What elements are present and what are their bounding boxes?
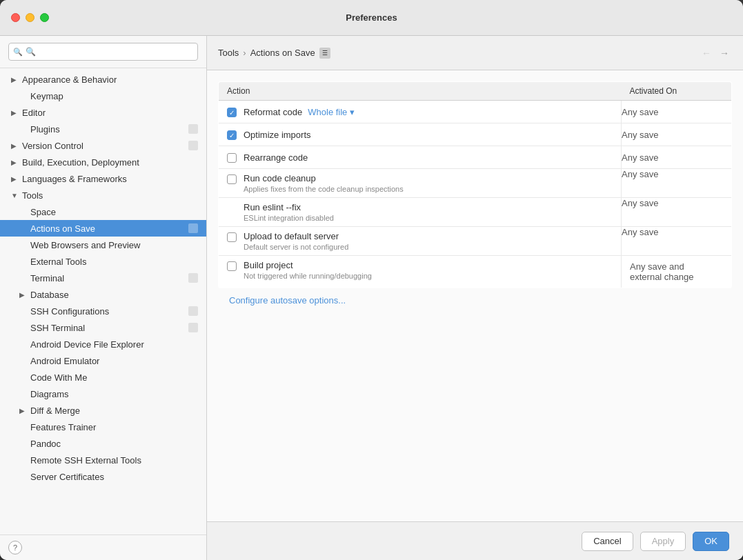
action-name-wrapper: Reformat codeWhole file ▾ <box>244 107 355 117</box>
col-action-header: Action <box>219 82 622 101</box>
table-row: Reformat codeWhole file ▾Any save <box>219 101 732 123</box>
sidebar-item-ssh-terminal[interactable]: SSH Terminal <box>0 319 206 336</box>
sidebar-item-tools[interactable]: ▼Tools <box>0 187 206 203</box>
close-button[interactable] <box>11 13 20 22</box>
sidebar-item-label: Tools <box>22 190 198 201</box>
apply-button[interactable]: Apply <box>640 532 686 551</box>
sidebar-item-editor[interactable]: ▶Editor <box>0 104 206 121</box>
action-name-wrapper: Optimize imports <box>244 130 311 140</box>
nav-back-button[interactable]: ← <box>699 46 714 61</box>
minimize-button[interactable] <box>26 13 34 22</box>
ok-button[interactable]: OK <box>693 532 729 551</box>
breadcrumb-icon: ☰ <box>319 48 330 59</box>
action-main: Reformat codeWhole file ▾ <box>219 101 621 123</box>
activated-cell-build-project: Any save andexternal change <box>622 256 732 288</box>
sidebar-badge <box>188 124 198 134</box>
sidebar-item-label: Diff & Merge <box>30 406 198 416</box>
configure-autosave-link[interactable]: Configure autosave options... <box>218 288 357 312</box>
breadcrumb-separator: › <box>243 48 246 58</box>
breadcrumb-root: Tools <box>218 48 239 58</box>
breadcrumb-current: Actions on Save <box>250 48 315 58</box>
help-button[interactable]: ? <box>8 541 22 554</box>
sidebar-item-features-trainer[interactable]: Features Trainer <box>0 419 206 435</box>
footer: Cancel Apply OK <box>207 521 743 560</box>
action-subtitle: ESLint integration disabled <box>244 214 334 222</box>
sidebar-item-plugins[interactable]: Plugins <box>0 121 206 137</box>
sidebar-item-ssh-configurations[interactable]: SSH Configurations <box>0 303 206 319</box>
sidebar-item-version-control[interactable]: ▶Version Control <box>0 137 206 154</box>
action-cell-build-project: Build projectNot triggered while running… <box>219 256 622 288</box>
sidebar-item-server-certificates[interactable]: Server Certificates <box>0 468 206 485</box>
sidebar-item-actions-on-save[interactable]: Actions on Save <box>0 220 206 237</box>
sidebar-item-web-browsers-preview[interactable]: Web Browsers and Preview <box>0 237 206 253</box>
checkbox-rearrange-code[interactable] <box>227 153 237 163</box>
sidebar-item-label: Languages & Frameworks <box>22 174 198 184</box>
window-title: Preferences <box>346 12 397 23</box>
action-name-text: Run eslint --fix <box>244 202 301 212</box>
chevron-icon: ▶ <box>11 175 19 183</box>
sidebar-item-label: Actions on Save <box>30 223 188 234</box>
search-input[interactable] <box>8 43 198 61</box>
table-row: Build projectNot triggered while running… <box>219 256 732 288</box>
sidebar-item-keymap[interactable]: Keymap <box>0 88 206 104</box>
action-cell-run-eslint-fix: Run eslint --fixESLint integration disab… <box>219 198 622 227</box>
sidebar-item-appearance-behavior[interactable]: ▶Appearance & Behavior <box>0 71 206 88</box>
sidebar-item-languages-frameworks[interactable]: ▶Languages & Frameworks <box>0 170 206 187</box>
action-main: Optimize imports <box>219 123 621 146</box>
table-area: Action Activated On Reformat codeWhole f… <box>207 70 743 521</box>
content-header: Tools › Actions on Save ☰ ← → <box>207 36 743 70</box>
action-name-row: Build project <box>244 260 372 270</box>
search-bar: 🔍 <box>0 36 206 68</box>
sidebar-item-build-execution-deployment[interactable]: ▶Build, Execution, Deployment <box>0 154 206 170</box>
checkbox-reformat-code[interactable] <box>227 108 237 117</box>
action-name-wrapper: Build projectNot triggered while running… <box>244 260 372 280</box>
sidebar-badge <box>188 141 198 150</box>
sidebar-badge <box>188 223 198 233</box>
sidebar-badge <box>188 306 198 316</box>
sidebar-item-diff-merge[interactable]: ▶Diff & Merge <box>0 402 206 419</box>
action-name-row: Reformat codeWhole file ▾ <box>244 107 355 117</box>
sidebar: 🔍 ▶Appearance & BehaviorKeymap▶EditorPlu… <box>0 36 207 560</box>
sidebar-item-space[interactable]: Space <box>0 203 206 220</box>
sidebar-item-android-device-file-explorer[interactable]: Android Device File Explorer <box>0 336 206 352</box>
nav-forward-button[interactable]: → <box>717 46 732 61</box>
whole-file-dropdown[interactable]: Whole file ▾ <box>308 107 355 117</box>
sidebar-badge <box>188 323 198 332</box>
sidebar-item-android-emulator[interactable]: Android Emulator <box>0 352 206 369</box>
action-name-text: Optimize imports <box>244 130 311 140</box>
sidebar-item-external-tools[interactable]: External Tools <box>0 253 206 270</box>
sidebar-footer: ? <box>0 534 206 560</box>
action-subtitle: Applies fixes from the code cleanup insp… <box>244 185 404 193</box>
sidebar-item-database[interactable]: ▶Database <box>0 286 206 303</box>
action-subtitle: Not triggered while running/debugging <box>244 272 372 280</box>
checkbox-optimize-imports[interactable] <box>227 130 237 140</box>
chevron-icon: ▶ <box>11 76 19 83</box>
action-cell-reformat-code: Reformat codeWhole file ▾ <box>219 101 622 123</box>
sidebar-item-diagrams[interactable]: Diagrams <box>0 386 206 402</box>
sidebar-item-label: SSH Terminal <box>30 323 188 333</box>
sidebar-badge <box>188 273 198 283</box>
action-main: Upload to default serverDefault server i… <box>219 227 621 255</box>
checkbox-build-project[interactable] <box>227 261 237 271</box>
sidebar-item-pandoc[interactable]: Pandoc <box>0 435 206 452</box>
main-layout: 🔍 ▶Appearance & BehaviorKeymap▶EditorPlu… <box>0 36 743 560</box>
search-icon: 🔍 <box>13 48 23 57</box>
maximize-button[interactable] <box>40 13 49 22</box>
cancel-button[interactable]: Cancel <box>582 532 633 551</box>
sidebar-item-label: Version Control <box>22 141 188 151</box>
sidebar-item-remote-ssh-external-tools[interactable]: Remote SSH External Tools <box>0 452 206 468</box>
actions-table: Action Activated On Reformat codeWhole f… <box>218 81 732 288</box>
sidebar-item-label: Pandoc <box>30 439 198 449</box>
col-activated-header: Activated On <box>622 82 732 101</box>
sidebar-item-terminal[interactable]: Terminal <box>0 270 206 286</box>
action-cell-run-code-cleanup: Run code cleanupApplies fixes from the c… <box>219 169 622 198</box>
action-name-row: Run code cleanup <box>244 173 404 183</box>
checkbox-run-code-cleanup[interactable] <box>227 174 237 184</box>
checkbox-upload-default-server[interactable] <box>227 232 237 242</box>
table-row: Optimize importsAny save <box>219 123 732 146</box>
sidebar-item-label: Diagrams <box>30 389 198 399</box>
sidebar-item-label: Plugins <box>30 124 188 134</box>
chevron-icon: ▶ <box>19 291 28 299</box>
sidebar-item-code-with-me[interactable]: Code With Me <box>0 369 206 386</box>
action-subtitle: Default server is not configured <box>244 243 348 251</box>
